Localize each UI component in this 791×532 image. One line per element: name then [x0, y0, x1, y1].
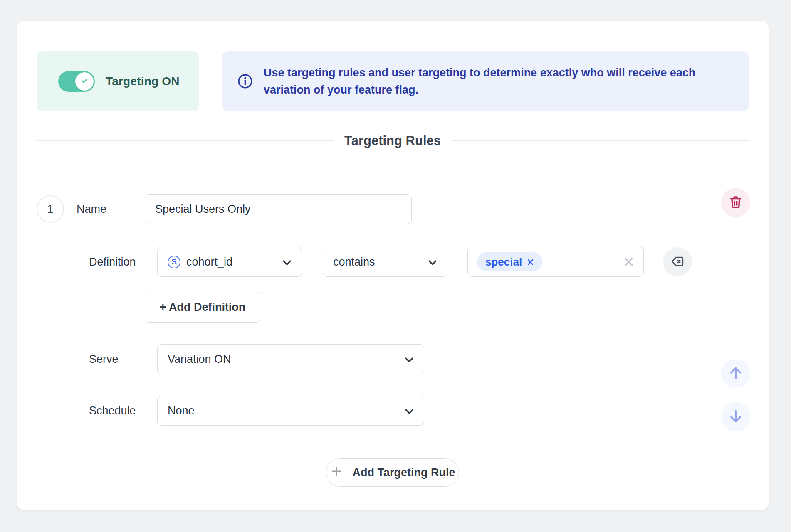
chevron-down-icon	[405, 353, 414, 366]
add-definition-row: + Add Definition	[37, 292, 749, 323]
serve-value: Variation ON	[168, 353, 231, 366]
value-tag[interactable]: special	[477, 252, 542, 271]
value-tag-label: special	[485, 256, 522, 268]
rule-name-input[interactable]	[145, 194, 412, 224]
arrow-down-icon	[727, 408, 744, 426]
schedule-label: Schedule	[89, 404, 157, 417]
rule-number-badge: 1	[37, 195, 64, 223]
definition-operator-value: contains	[333, 256, 375, 268]
add-targeting-rule-label: Add Targeting Rule	[353, 466, 455, 479]
check-icon	[79, 76, 89, 87]
move-rule-down-button[interactable]	[721, 402, 750, 431]
delete-definition-button[interactable]	[663, 247, 692, 276]
rule-schedule-row: Schedule None	[37, 396, 749, 426]
info-banner: Use targeting rules and user targeting t…	[222, 51, 749, 111]
rule-serve-row: Serve Variation ON	[37, 344, 749, 374]
banner-text-line1: Use targeting rules and user targeting t…	[264, 64, 695, 81]
chevron-down-icon	[282, 256, 292, 268]
add-targeting-rule-button[interactable]: Add Targeting Rule	[326, 458, 459, 487]
chevron-down-icon	[428, 256, 437, 268]
schedule-value: None	[168, 404, 195, 417]
chevron-down-icon	[405, 404, 414, 417]
string-type-icon: S	[168, 256, 180, 268]
banner-text-line2: variation of your feature flag.	[264, 81, 695, 99]
schedule-dropdown[interactable]: None	[157, 396, 424, 426]
name-label: Name	[77, 203, 145, 216]
add-definition-button[interactable]: + Add Definition	[145, 292, 260, 323]
info-icon	[237, 74, 253, 89]
trash-icon	[728, 195, 743, 211]
definition-operator-dropdown[interactable]: contains	[323, 247, 447, 277]
serve-label: Serve	[89, 353, 157, 366]
targeting-toggle-label: Targeting ON	[106, 75, 180, 88]
definition-label: Definition	[89, 256, 157, 268]
definition-field-dropdown[interactable]: S cohort_id	[157, 247, 302, 277]
rule-name-row: 1 Name	[37, 194, 749, 224]
arrow-up-icon	[727, 365, 744, 383]
footer-row: Add Targeting Rule	[37, 458, 749, 487]
clear-values-icon[interactable]	[623, 256, 634, 267]
serve-dropdown[interactable]: Variation ON	[157, 344, 424, 374]
plus-icon	[330, 465, 343, 480]
targeting-toggle[interactable]	[58, 71, 95, 92]
section-title: Targeting Rules	[344, 133, 441, 148]
section-heading: Targeting Rules	[37, 133, 749, 149]
move-rule-up-button[interactable]	[721, 359, 750, 388]
definition-values-input[interactable]: special	[467, 247, 644, 277]
backspace-icon	[670, 254, 685, 270]
top-row: Targeting ON Use targeting rules and use…	[37, 51, 749, 111]
targeting-toggle-card: Targeting ON	[37, 51, 199, 111]
definition-field-value: cohort_id	[186, 256, 232, 268]
banner-text: Use targeting rules and user targeting t…	[264, 64, 695, 99]
delete-rule-button[interactable]	[721, 188, 750, 217]
toggle-knob	[75, 72, 94, 91]
heading-divider-right	[452, 140, 749, 141]
heading-divider-left	[37, 140, 334, 141]
targeting-panel: Targeting ON Use targeting rules and use…	[17, 21, 769, 510]
rule-definition-row: Definition S cohort_id contains special	[37, 247, 749, 277]
remove-tag-icon[interactable]	[527, 256, 534, 268]
